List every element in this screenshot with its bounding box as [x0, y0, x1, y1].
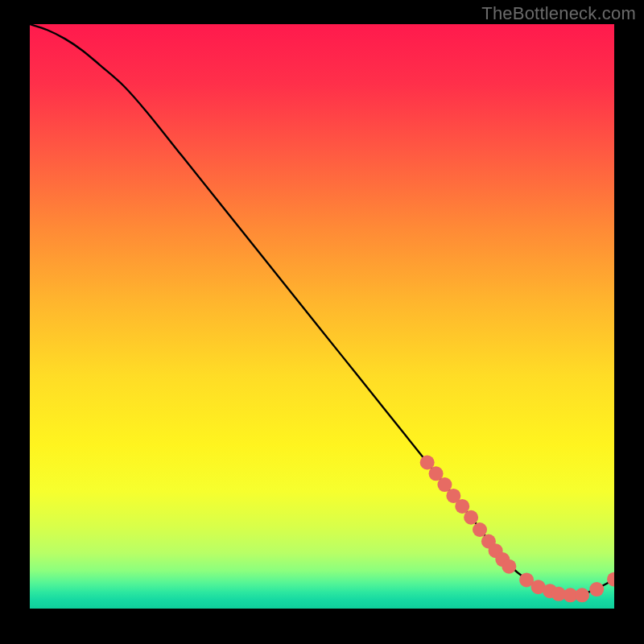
highlight-dot [502, 559, 516, 574]
chart-frame: TheBottleneck.com [0, 0, 644, 644]
highlight-dot [575, 588, 589, 602]
gradient-background [30, 24, 614, 609]
highlight-dot [589, 582, 604, 597]
highlight-dot [473, 522, 487, 537]
plot-area [30, 24, 614, 609]
watermark-text: TheBottleneck.com [481, 3, 636, 24]
plot-svg [30, 24, 614, 609]
highlight-dot [464, 510, 478, 525]
